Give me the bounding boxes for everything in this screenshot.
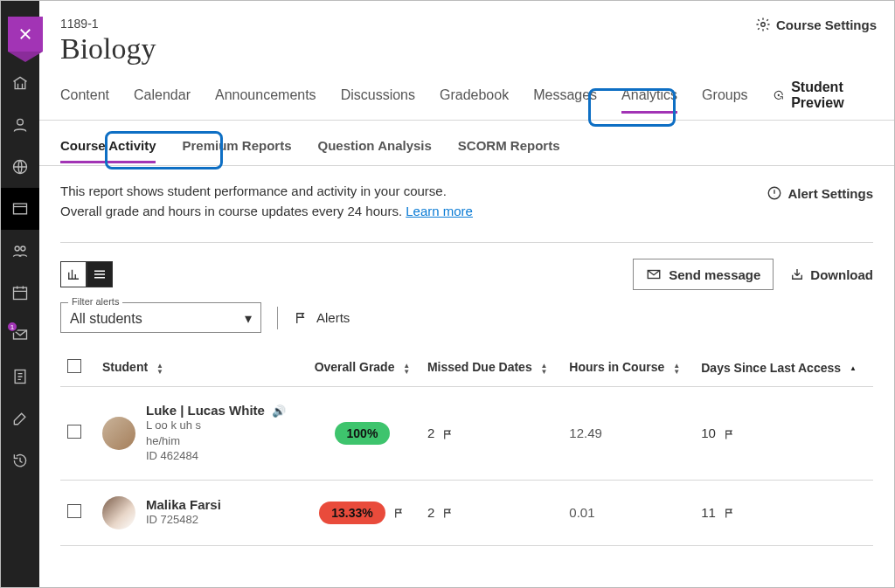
rail-calendar-icon[interactable] bbox=[1, 272, 39, 314]
send-message-button[interactable]: Send message bbox=[633, 259, 774, 290]
hours-value: 12.49 bbox=[569, 425, 602, 440]
secondary-tabs: Course ActivityPremium ReportsQuestion A… bbox=[39, 121, 894, 166]
rail-courses-icon[interactable] bbox=[1, 188, 39, 230]
col-days[interactable]: Days Since Last Access ▲ bbox=[694, 349, 873, 387]
row-checkbox[interactable] bbox=[67, 504, 81, 518]
filter-value: All students bbox=[70, 311, 142, 327]
svg-rect-2 bbox=[14, 204, 27, 214]
student-meta: ID 725482 bbox=[146, 512, 221, 528]
flag-icon[interactable] bbox=[441, 507, 454, 520]
avatar bbox=[102, 417, 135, 450]
students-table: Student ▲▼ Overall Grade ▲▼ Missed Due D… bbox=[60, 349, 873, 546]
alerts-toggle-button[interactable]: Alerts bbox=[294, 310, 350, 326]
flag-icon[interactable] bbox=[392, 507, 406, 520]
student-name: Malika Farsi bbox=[146, 497, 221, 512]
student-preview-label: Student Preview bbox=[791, 80, 873, 111]
col-overall-grade[interactable]: Overall Grade ▲▼ bbox=[304, 349, 420, 387]
tab-announcements[interactable]: Announcements bbox=[215, 82, 316, 108]
svg-point-0 bbox=[17, 119, 24, 125]
select-all-checkbox[interactable] bbox=[67, 359, 81, 373]
svg-point-3 bbox=[15, 246, 19, 251]
hours-value: 0.01 bbox=[569, 505, 594, 520]
filter-row: Filter alerts All students ▾ Alerts bbox=[60, 302, 873, 333]
left-nav-rail: 1 bbox=[1, 1, 39, 587]
course-settings-label: Course Settings bbox=[776, 17, 877, 32]
alert-settings-label: Alert Settings bbox=[787, 186, 873, 201]
students-tbody: Luke | Lucas White 🔊L oo k uh she/himID … bbox=[60, 387, 873, 546]
days-value: 11 bbox=[701, 505, 716, 520]
divider bbox=[277, 307, 278, 329]
svg-rect-5 bbox=[14, 287, 27, 299]
subtab-course-activity[interactable]: Course Activity bbox=[60, 135, 156, 156]
subtab-question-analysis[interactable]: Question Analysis bbox=[318, 135, 432, 156]
student-cell[interactable]: Malika Farsi ID 725482 bbox=[102, 496, 297, 529]
primary-tabs: ContentCalendarAnnouncementsDiscussionsG… bbox=[39, 80, 894, 121]
course-settings-button[interactable]: Course Settings bbox=[755, 17, 877, 32]
tab-content[interactable]: Content bbox=[60, 82, 109, 108]
alerts-label: Alerts bbox=[316, 310, 350, 325]
report-description-line1: This report shows student performance an… bbox=[60, 183, 447, 198]
subtab-scorm-reports[interactable]: SCORM Reports bbox=[458, 135, 560, 156]
col-missed-due[interactable]: Missed Due Dates ▲▼ bbox=[420, 349, 562, 387]
svg-point-8 bbox=[761, 23, 766, 27]
row-checkbox[interactable] bbox=[67, 425, 81, 439]
rail-institution-icon[interactable] bbox=[1, 62, 39, 104]
view-chart-button[interactable] bbox=[60, 261, 87, 287]
sort-icon: ▲▼ bbox=[403, 363, 410, 375]
rail-edit-icon[interactable] bbox=[1, 398, 39, 439]
filter-legend: Filter alerts bbox=[68, 296, 122, 307]
student-cell[interactable]: Luke | Lucas White 🔊L oo k uh she/himID … bbox=[102, 403, 297, 464]
report-content: Alert Settings This report shows student… bbox=[39, 166, 894, 546]
flag-icon[interactable] bbox=[441, 428, 454, 441]
svg-point-9 bbox=[777, 94, 779, 96]
sort-icon: ▲▼ bbox=[541, 363, 548, 375]
tab-gradebook[interactable]: Gradebook bbox=[440, 82, 509, 108]
rail-messages-icon[interactable]: 1 bbox=[1, 314, 39, 356]
tab-messages[interactable]: Messages bbox=[533, 82, 597, 108]
sort-icon: ▲▼ bbox=[156, 363, 163, 375]
rail-profile-icon[interactable] bbox=[1, 104, 39, 146]
avatar bbox=[102, 496, 135, 529]
course-header: 1189-1 Biology Course Settings bbox=[39, 1, 894, 66]
course-id: 1189-1 bbox=[60, 17, 873, 31]
student-meta: L oo k uh she/himID 462484 bbox=[146, 418, 286, 464]
close-panel-button[interactable] bbox=[8, 17, 43, 52]
student-preview-button[interactable]: Student Preview bbox=[773, 80, 873, 111]
alert-settings-button[interactable]: Alert Settings bbox=[767, 185, 873, 201]
flag-icon[interactable] bbox=[723, 507, 736, 520]
student-name: Luke | Lucas White 🔊 bbox=[146, 403, 286, 418]
rail-history-icon[interactable] bbox=[1, 439, 39, 481]
report-description: This report shows student performance an… bbox=[60, 182, 873, 221]
tab-analytics[interactable]: Analytics bbox=[621, 82, 677, 108]
tab-groups[interactable]: Groups bbox=[702, 82, 747, 108]
download-button[interactable]: Download bbox=[789, 266, 873, 282]
report-toolbar: Send message Download bbox=[60, 242, 873, 290]
grade-pill: 13.33% bbox=[319, 502, 385, 524]
col-student[interactable]: Student ▲▼ bbox=[95, 349, 304, 387]
pronunciation-audio-icon[interactable]: 🔊 bbox=[272, 405, 286, 418]
chevron-down-icon: ▾ bbox=[245, 310, 252, 327]
rail-globe-icon[interactable] bbox=[1, 146, 39, 188]
tab-discussions[interactable]: Discussions bbox=[341, 82, 415, 108]
table-row: Luke | Lucas White 🔊L oo k uh she/himID … bbox=[60, 387, 873, 481]
grade-pill: 100% bbox=[335, 422, 391, 445]
col-hours[interactable]: Hours in Course ▲▼ bbox=[562, 349, 694, 387]
missed-value: 2 bbox=[427, 425, 434, 440]
tab-calendar[interactable]: Calendar bbox=[134, 82, 191, 108]
rail-groups-icon[interactable] bbox=[1, 230, 39, 272]
missed-value: 2 bbox=[427, 505, 434, 520]
rail-grades-icon[interactable] bbox=[1, 356, 39, 398]
view-list-button[interactable] bbox=[87, 261, 113, 287]
learn-more-link[interactable]: Learn more bbox=[406, 204, 473, 218]
course-title: Biology bbox=[60, 32, 873, 66]
report-description-line2: Overall grade and hours in course update… bbox=[60, 204, 406, 218]
sort-icon: ▲▼ bbox=[673, 363, 680, 375]
main-page: 1189-1 Biology Course Settings ContentCa… bbox=[39, 1, 894, 587]
subtab-premium-reports[interactable]: Premium Reports bbox=[182, 135, 291, 156]
flag-icon[interactable] bbox=[723, 428, 736, 441]
days-value: 10 bbox=[701, 425, 716, 440]
send-message-label: Send message bbox=[669, 267, 760, 282]
filter-alerts-dropdown[interactable]: Filter alerts All students ▾ bbox=[60, 302, 261, 333]
download-label: Download bbox=[810, 267, 873, 282]
sort-up-icon: ▲ bbox=[850, 365, 857, 371]
